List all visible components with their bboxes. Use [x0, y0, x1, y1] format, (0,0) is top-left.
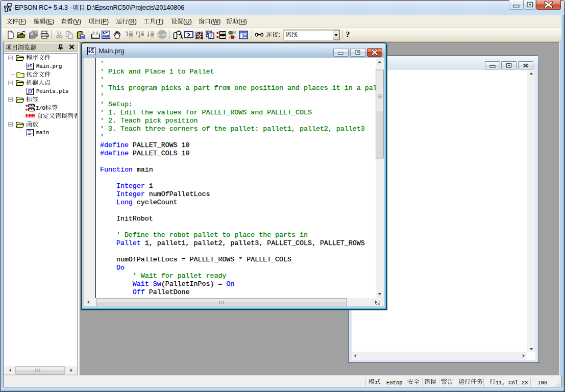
svg-text:STOP: STOP [158, 33, 166, 36]
